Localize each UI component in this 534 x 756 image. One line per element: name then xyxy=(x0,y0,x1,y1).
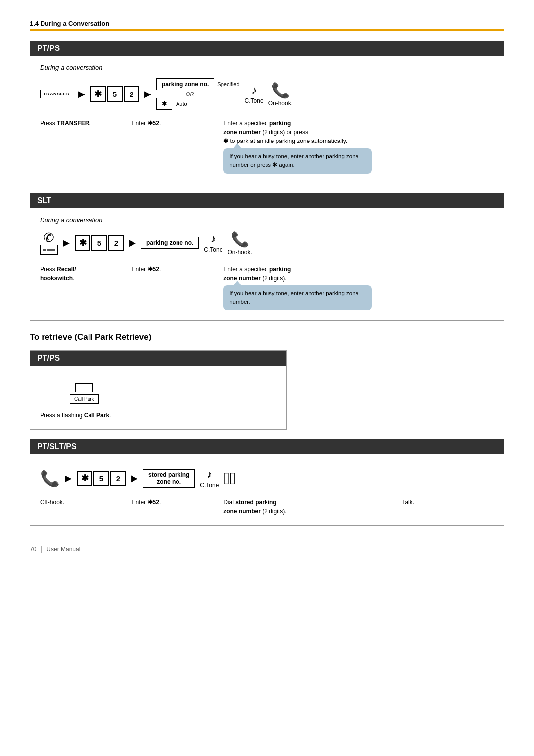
ptps2-panel-body: Call Park Press a flashing Call Park. xyxy=(30,366,286,429)
ptsltps-desc-row: Off-hook. Enter ✱52. Dial stored parking… xyxy=(40,498,494,516)
slt-panel: SLT During a conversation ✆ ▶ ✱ 5 2 xyxy=(30,193,504,321)
call-park-label: Call Park xyxy=(70,394,99,404)
ptsltps-panel: PT/SLT/PS 📞 ▶ ✱ 5 2 ▶ stored parking zon… xyxy=(30,439,504,526)
offhook-phone-icon: 📞 xyxy=(40,469,60,488)
ptsltps-desc2: Enter ✱52. xyxy=(132,498,224,507)
slt-desc-row: Press Recall/hookswitch. Enter ✱52. Ente… xyxy=(40,265,494,311)
slt-arrow1: ▶ xyxy=(63,237,70,248)
recall-handset-icon: ✆ xyxy=(44,231,54,244)
slt-flow-row: ✆ ▶ ✱ 5 2 ▶ parking zone no. xyxy=(40,231,494,256)
slt-callout: If you hear a busy tone, enter another p… xyxy=(223,285,372,311)
ptps2-panel-title: PT/PS xyxy=(30,351,286,366)
slt-subtitle: During a conversation xyxy=(40,216,494,224)
slt-keys-group: ✱ 5 2 xyxy=(75,235,124,251)
ptps2-desc: Press a flashing Call Park. xyxy=(40,411,276,420)
ptps-callout: If you hear a busy tone, enter another p… xyxy=(223,148,372,174)
or-row: OR xyxy=(156,91,194,97)
ptsltps-ctone-col: ♪ C.Tone xyxy=(200,468,219,489)
ptps-subtitle: During a conversation xyxy=(40,64,494,71)
ptps-panel-body: During a conversation TRANSFER ▶ ✱ 5 2 ▶… xyxy=(30,56,504,184)
tone-music-icon: ♪ xyxy=(251,84,257,96)
ptps-desc1: Press TRANSFER. xyxy=(40,119,132,128)
onhook-label: On-hook. xyxy=(268,100,293,107)
parking-specified-row: parking zone no. Specified xyxy=(156,78,240,90)
slt-key-5: 5 xyxy=(91,235,107,251)
ptsltps-flow-row: 📞 ▶ ✱ 5 2 ▶ stored parking zone no. ♪ C.… xyxy=(40,468,494,489)
footer-divider xyxy=(41,546,42,553)
onhook-col: 📞 On-hook. xyxy=(268,82,293,107)
ptsltps-arrow2: ▶ xyxy=(131,473,138,484)
page-footer: 70 User Manual xyxy=(30,546,504,553)
arrow2: ▶ xyxy=(144,89,151,99)
ptsltps-panel-body: 📞 ▶ ✱ 5 2 ▶ stored parking zone no. ♪ C.… xyxy=(30,454,504,525)
slt-key-2: 2 xyxy=(108,235,124,251)
ptsltps-key-star: ✱ xyxy=(77,471,92,486)
page-number: 70 xyxy=(30,546,36,553)
stored-parking-box: stored parking zone no. xyxy=(143,469,195,488)
ptps2-panel: PT/PS Call Park Press a flashing Call Pa… xyxy=(30,350,287,430)
slt-ctone-label: C.Tone xyxy=(204,246,222,253)
recall-base-icon xyxy=(40,245,58,255)
ptsltps-desc4: Talk. xyxy=(402,498,494,507)
recall-icon-col: ✆ xyxy=(40,231,58,255)
ptps-panel: PT/PS During a conversation TRANSFER ▶ ✱… xyxy=(30,41,504,184)
auto-label: Auto xyxy=(176,101,187,107)
ptps-desc2: Enter ✱52. xyxy=(132,119,224,128)
ptsltps-tone-music-icon: ♪ xyxy=(207,468,212,481)
slt-desc3: Enter a specified parkingzone number (2 … xyxy=(223,265,402,311)
ptsltps-key-2: 2 xyxy=(110,471,126,486)
retrieve-section: To retrieve (Call Park Retrieve) xyxy=(30,332,504,342)
slt-onhook-col: 📞 On-hook. xyxy=(227,231,252,256)
key-star: ✱ xyxy=(90,86,106,102)
ptsltps-arrow1: ▶ xyxy=(65,473,72,484)
ptps-desc3: Enter a specified parkingzone number (2 … xyxy=(223,119,402,174)
ptsltps-key-5: 5 xyxy=(93,471,109,486)
slt-desc2: Enter ✱52. xyxy=(132,265,224,274)
ptsltps-ctone-label: C.Tone xyxy=(200,482,219,489)
keys-group-1: ✱ 5 2 xyxy=(90,86,139,102)
ptps-desc-row: Press TRANSFER. Enter ✱52. Enter a speci… xyxy=(40,119,494,174)
or-label: OR xyxy=(186,91,194,97)
ptsltps-offhook-col: 📞 xyxy=(40,469,60,488)
ptsltps-keys-group: ✱ 5 2 xyxy=(77,471,126,486)
slt-onhook-label: On-hook. xyxy=(227,249,252,256)
talk-icon: 🗣̂ xyxy=(223,469,236,488)
slt-arrow2: ▶ xyxy=(129,237,136,248)
slt-parking-zone-label: parking zone no. xyxy=(141,237,199,249)
ptps-panel-title: PT/PS xyxy=(30,41,504,56)
slt-panel-title: SLT xyxy=(30,193,504,208)
ctone-label: C.Tone xyxy=(245,97,264,104)
ptsltps-panel-title: PT/SLT/PS xyxy=(30,439,504,454)
parking-zone-label: parking zone no. xyxy=(156,78,214,90)
ctone-col: ♪ C.Tone xyxy=(245,84,264,104)
section-header: 1.4 During a Conversation xyxy=(30,20,504,31)
slt-panel-body: During a conversation ✆ ▶ ✱ 5 2 xyxy=(30,208,504,321)
slt-key-star: ✱ xyxy=(75,235,90,251)
specified-label: Specified xyxy=(217,81,239,87)
slt-ctone-col: ♪ C.Tone xyxy=(204,233,222,253)
slt-desc1: Press Recall/hookswitch. xyxy=(40,265,132,283)
auto-row: ✱ Auto xyxy=(156,98,187,110)
phone-onhook-icon: 📞 xyxy=(271,82,290,99)
ptsltps-desc3: Dial stored parkingzone number (2 digits… xyxy=(223,498,402,516)
slt-phone-onhook-icon: 📞 xyxy=(231,231,249,248)
ptsltps-desc1: Off-hook. xyxy=(40,498,132,507)
key-5: 5 xyxy=(107,86,123,102)
call-park-button-icon xyxy=(75,383,93,392)
arrow1: ▶ xyxy=(78,89,85,99)
slt-tone-music-icon: ♪ xyxy=(211,233,216,245)
transfer-button-icon: TRANSFER xyxy=(40,90,73,98)
section-header-title: 1.4 During a Conversation xyxy=(30,20,109,27)
ptps-flow-row: TRANSFER ▶ ✱ 5 2 ▶ parking zone no. Spec… xyxy=(40,78,494,110)
parking-zone-star: ✱ xyxy=(156,98,172,110)
footer-label: User Manual xyxy=(46,546,80,553)
call-park-button-area: Call Park xyxy=(70,383,276,404)
call-park-icon-group: Call Park xyxy=(70,383,99,404)
parking-zone-group: parking zone no. Specified OR ✱ Auto xyxy=(156,78,240,110)
retrieve-title: To retrieve (Call Park Retrieve) xyxy=(30,332,504,342)
key-2: 2 xyxy=(124,86,139,102)
